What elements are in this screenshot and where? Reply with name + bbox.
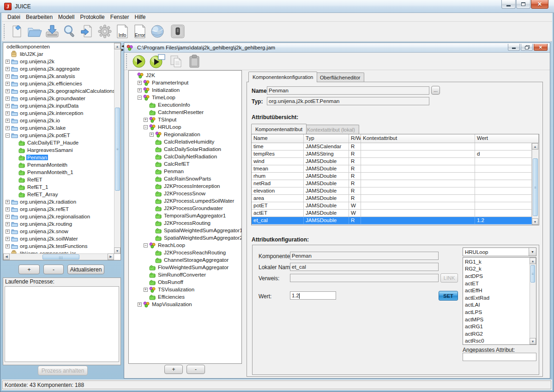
tree-node[interactable]: SpatialWeightedSumAggregator1 xyxy=(130,227,241,234)
collapse-icon[interactable]: − xyxy=(144,243,148,247)
tab-oberflaecheneditor[interactable]: Oberflächeneditor xyxy=(316,72,364,82)
expand-icon[interactable]: + xyxy=(6,67,10,71)
tree-node[interactable]: HargreavesSamani xyxy=(4,146,114,154)
error-log-icon[interactable]: Error xyxy=(131,23,149,40)
expand-icon[interactable]: + xyxy=(6,244,10,248)
list-item[interactable]: RG2_k xyxy=(463,265,530,273)
tree-node[interactable]: CalcRelativeHumidity xyxy=(130,138,241,145)
add-library-button[interactable]: + xyxy=(18,265,40,274)
expand-icon[interactable]: + xyxy=(144,118,148,122)
tree-node[interactable]: +org.unijena.j2k.efficiencies xyxy=(4,80,114,87)
expand-icon[interactable]: + xyxy=(6,237,10,241)
tab-komponentenkonfiguration[interactable]: Komponentenkonfiguration xyxy=(248,72,317,82)
tree-node[interactable]: +TSVisualization xyxy=(130,286,241,293)
table-row[interactable]: netRadJAMSDoubleR xyxy=(252,180,532,187)
scroll-up-icon[interactable]: ▲ xyxy=(532,143,538,150)
table-row[interactable]: et_calJAMSDoubleR1.2 xyxy=(252,217,532,224)
tree-node[interactable]: J2K xyxy=(130,72,241,79)
remove-library-button[interactable]: - xyxy=(43,265,64,274)
toolbar-grip[interactable] xyxy=(126,54,128,69)
tree-node[interactable]: lib\J2K.jar xyxy=(4,50,114,58)
tree-node[interactable]: +org.unijena.j2k.io xyxy=(4,117,114,124)
table-row[interactable]: tmeanJAMSDoubleR xyxy=(252,165,532,173)
tree-node[interactable]: PenmanMonteith xyxy=(4,161,114,169)
tree-node[interactable]: +MapVisualization xyxy=(130,301,241,308)
tree-node[interactable]: −TimeLoop xyxy=(130,94,241,101)
run-model-button[interactable] xyxy=(131,54,147,69)
expand-icon[interactable]: + xyxy=(6,215,10,219)
open-folder-icon[interactable] xyxy=(26,23,43,40)
tree-node[interactable]: RefET_Array xyxy=(4,191,114,198)
tree-node[interactable]: J2KProcessLumpedSoilWater xyxy=(130,197,241,205)
typ-field[interactable] xyxy=(267,97,429,105)
tree-node[interactable]: +org.unijena.j2k.interception xyxy=(4,109,114,117)
tree-node[interactable]: +org.unijena.j2k.groundwater xyxy=(4,95,114,102)
verweis-field[interactable] xyxy=(290,274,439,282)
menu-item-protokolle[interactable]: Protokolle xyxy=(77,13,107,21)
list-item[interactable]: actRsc0 xyxy=(463,338,530,344)
expand-icon[interactable]: + xyxy=(138,302,142,307)
expand-icon[interactable]: + xyxy=(138,81,142,85)
expand-icon[interactable]: + xyxy=(6,60,10,64)
tree-node[interactable]: +Initialization xyxy=(130,86,241,94)
close-button[interactable]: ✕ xyxy=(531,0,548,9)
tree-node[interactable]: FlowWeightedSumAggregator xyxy=(130,264,241,271)
tree-node[interactable]: +org.unijena.j2k.lake xyxy=(4,124,114,132)
web-globe-icon[interactable] xyxy=(149,23,166,40)
tree-node[interactable]: CalcDailyNetRadiation xyxy=(130,153,241,160)
list-item[interactable]: actRG1 xyxy=(463,323,530,330)
context-select[interactable]: HRULoop ▼ xyxy=(463,247,536,256)
tree-node[interactable]: CalcRainSnowParts xyxy=(130,175,241,182)
tab-komponentenattribut[interactable]: Komponentenattribut xyxy=(251,124,307,134)
tree-node[interactable]: −ReachLoop xyxy=(130,241,241,249)
tree-node[interactable]: +ParameterInput xyxy=(130,79,241,86)
tree-node[interactable]: J2KProcessGroundwater xyxy=(130,205,241,212)
maximize-button[interactable] xyxy=(516,0,530,9)
table-row[interactable]: elevationJAMSDoubleR xyxy=(252,187,532,195)
import-icon[interactable] xyxy=(78,23,96,40)
tree-node[interactable]: ExecutionInfo xyxy=(130,101,241,109)
tree-node[interactable]: J2KProcessInterception xyxy=(130,182,241,190)
scrollbar-thumb[interactable]: ≡ xyxy=(115,108,120,191)
expand-icon[interactable]: + xyxy=(144,288,148,292)
tree-node[interactable]: +org.unijena.j2k.geographicalCalculation… xyxy=(4,87,114,95)
tree-node[interactable]: +org.unijena.j2k.inputData xyxy=(4,102,114,109)
scroll-right-icon[interactable]: ▶ xyxy=(108,253,114,260)
list-item[interactable]: actDPS xyxy=(463,272,530,280)
model-restore-button[interactable] xyxy=(521,44,533,51)
paste-icon[interactable] xyxy=(186,54,203,69)
set-button[interactable]: SET xyxy=(439,291,458,301)
toolbar-grip[interactable] xyxy=(3,24,6,39)
tree-node[interactable]: ObsRunoff xyxy=(130,278,241,286)
table-row[interactable]: windJAMSDoubleR xyxy=(252,158,532,165)
scrollbar-thumb[interactable]: ||| xyxy=(42,254,79,259)
expand-icon[interactable]: + xyxy=(6,200,10,204)
column-header[interactable]: Name xyxy=(252,134,304,143)
expand-icon[interactable]: + xyxy=(6,82,10,86)
expand-icon[interactable]: + xyxy=(6,104,10,108)
scroll-up-icon[interactable]: ▲ xyxy=(114,43,120,49)
tree-node[interactable]: −HRULoop xyxy=(130,123,241,131)
tree-node[interactable]: +org.unijena.j2k xyxy=(4,58,114,65)
tree-node[interactable]: RefET xyxy=(4,176,114,183)
list-item[interactable]: actLPS xyxy=(463,308,530,316)
tree-node[interactable]: ChannelStorageAggregator xyxy=(130,256,241,264)
tree-node[interactable]: J2KProcessSnow xyxy=(130,190,241,197)
expand-icon[interactable]: + xyxy=(138,88,142,92)
expand-icon[interactable]: + xyxy=(6,89,10,93)
model-window-title-bar[interactable]: C:\Program Files\jams\data\j2k_gehlberg\… xyxy=(124,43,550,53)
tree-node[interactable]: −org.unijena.j2k.potET xyxy=(4,132,114,139)
list-item[interactable]: actMPS xyxy=(463,316,530,323)
tree-node[interactable]: odellkomponenten xyxy=(4,43,114,50)
expand-icon[interactable]: + xyxy=(6,229,10,234)
list-vscrollbar[interactable]: ▲ ≡ ▼ xyxy=(530,258,536,344)
tree-node[interactable]: CalcRefET xyxy=(130,160,241,168)
list-item[interactable]: actLAI xyxy=(463,302,530,309)
list-item[interactable]: actExtRad xyxy=(463,294,530,302)
tree-node[interactable]: +org.unijena.j2k.snow xyxy=(4,228,114,235)
table-row[interactable]: areaJAMSDoubleR xyxy=(252,195,532,202)
tree-node[interactable]: CalcDailyETP_Haude xyxy=(4,139,114,146)
list-item[interactable]: actEffH xyxy=(463,287,530,294)
menu-item-bearbeiten[interactable]: Bearbeiten xyxy=(23,13,55,21)
collapse-icon[interactable]: − xyxy=(6,133,10,138)
